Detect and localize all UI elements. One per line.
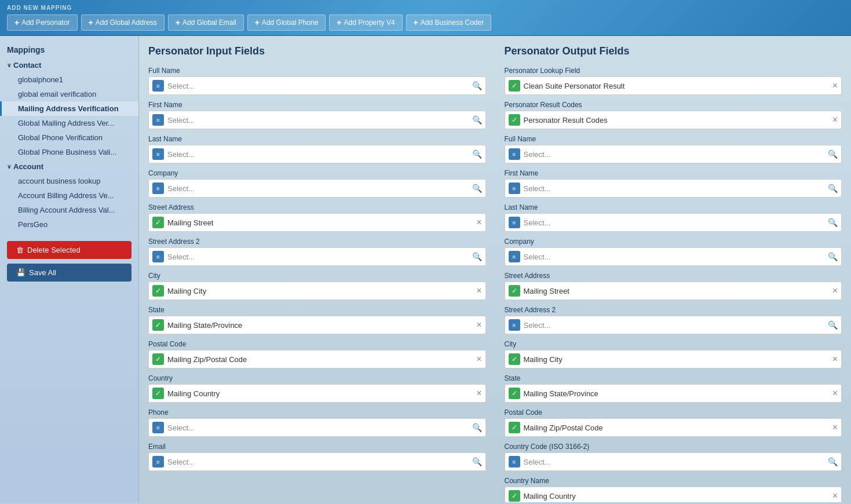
input-city-group: City ✓ Mailing City ×	[148, 272, 486, 300]
chevron-down-icon: ∨	[7, 62, 11, 68]
output-street2-field[interactable]: ≡ Select... 🔍	[505, 316, 842, 334]
input-postal-field[interactable]: ✓ Mailing Zip/Postal Code ×	[148, 350, 486, 368]
output-panel-title: Personator Output Fields	[505, 45, 842, 57]
search-icon[interactable]: 🔍	[828, 149, 838, 159]
output-full-name-field[interactable]: ≡ Select... 🔍	[505, 145, 842, 163]
sidebar-item-account-business-lookup[interactable]: account business lookup	[0, 174, 138, 188]
plus-icon: +	[176, 18, 180, 27]
search-icon[interactable]: 🔍	[828, 218, 838, 227]
sidebar-item-globalphone1[interactable]: globalphone1	[0, 72, 138, 87]
close-icon[interactable]: ×	[832, 422, 838, 433]
sidebar-item-global-email[interactable]: global email verification	[0, 87, 138, 101]
input-street-field[interactable]: ✓ Mailing Street ×	[148, 213, 486, 232]
close-icon[interactable]: ×	[832, 286, 838, 296]
save-icon: 💾	[16, 268, 25, 277]
add-business-coder-btn[interactable]: + Add Business Coder	[406, 14, 492, 31]
input-city-field[interactable]: ✓ Mailing City ×	[148, 282, 486, 300]
sidebar-item-global-phone[interactable]: Global Phone Verification	[0, 130, 138, 145]
field-type-icon: ≡	[152, 114, 164, 126]
input-state-value: Mailing State/Province	[167, 321, 473, 330]
search-icon[interactable]: 🔍	[828, 252, 838, 261]
add-property-v4-btn[interactable]: + Add Property V4	[329, 14, 402, 31]
close-icon[interactable]: ×	[832, 491, 838, 501]
input-phone-label: Phone	[148, 408, 486, 417]
input-company-field[interactable]: ≡ Select... 🔍	[148, 179, 486, 198]
close-icon[interactable]: ×	[476, 320, 481, 330]
search-icon[interactable]: 🔍	[472, 252, 482, 261]
search-icon[interactable]: 🔍	[472, 149, 482, 159]
close-icon[interactable]: ×	[476, 217, 481, 228]
output-state-field[interactable]: ✓ Mailing State/Province ×	[505, 384, 842, 403]
input-phone-field[interactable]: ≡ Select... 🔍	[148, 418, 486, 437]
output-postal-field[interactable]: ✓ Mailing Zip/Postal Code ×	[505, 418, 842, 437]
sidebar-item-global-phone-business[interactable]: Global Phone Business Vali...	[0, 145, 138, 159]
input-email-field[interactable]: ≡ Select... 🔍	[148, 452, 486, 471]
close-icon[interactable]: ×	[476, 286, 481, 296]
input-first-name-label: First Name	[148, 101, 486, 109]
plus-icon: +	[414, 18, 418, 27]
sidebar-item-persgeo[interactable]: PersGeo	[0, 217, 138, 232]
input-email-label: Email	[148, 443, 486, 451]
input-first-name-field[interactable]: ≡ Select... 🔍	[148, 111, 486, 129]
sidebar-item-account-billing[interactable]: Account Billing Address Ve...	[0, 188, 138, 203]
output-country-name-field[interactable]: ✓ Mailing Country ×	[505, 487, 842, 502]
sidebar-group-contact[interactable]: ∨ Contact	[0, 58, 138, 72]
close-icon[interactable]: ×	[476, 388, 481, 399]
output-lookup-label: Personator Lookup Field	[505, 67, 842, 75]
output-city-field[interactable]: ✓ Mailing City ×	[505, 350, 842, 368]
sidebar-group-account[interactable]: ∨ Account	[0, 159, 138, 174]
output-company-label: Company	[505, 238, 842, 246]
output-lookup-value: Clean Suite Personator Result	[524, 82, 829, 90]
output-last-name-label: Last Name	[505, 203, 842, 211]
delete-selected-button[interactable]: 🗑 Delete Selected	[7, 241, 132, 259]
add-global-address-btn[interactable]: + Add Global Address	[81, 14, 165, 31]
save-all-button[interactable]: 💾 Save All	[7, 264, 132, 282]
search-icon[interactable]: 🔍	[472, 457, 482, 466]
sidebar-item-mailing-address[interactable]: Mailing Address Verification	[0, 101, 138, 116]
input-street2-field[interactable]: ≡ Select... 🔍	[148, 247, 486, 266]
sidebar-title: Mappings	[0, 42, 138, 58]
close-icon[interactable]: ×	[832, 115, 838, 125]
output-last-name-field[interactable]: ≡ Select... 🔍	[505, 213, 842, 232]
output-company-field[interactable]: ≡ Select... 🔍	[505, 247, 842, 266]
search-icon[interactable]: 🔍	[472, 184, 482, 193]
search-icon[interactable]: 🔍	[828, 457, 838, 466]
search-icon[interactable]: 🔍	[472, 81, 482, 90]
input-last-name-field[interactable]: ≡ Select... 🔍	[148, 145, 486, 163]
input-street-group: Street Address ✓ Mailing Street ×	[148, 203, 486, 232]
input-full-name-label: Full Name	[148, 67, 486, 75]
output-first-name-value: Select...	[524, 184, 825, 193]
input-phone-group: Phone ≡ Select... 🔍	[148, 408, 486, 437]
field-type-icon: ≡	[509, 456, 520, 468]
output-lookup-field[interactable]: ✓ Clean Suite Personator Result ×	[505, 76, 842, 95]
output-street-field[interactable]: ✓ Mailing Street ×	[505, 282, 842, 300]
field-type-icon: ≡	[509, 182, 520, 194]
sidebar-item-billing-account[interactable]: Billing Account Address Val...	[0, 203, 138, 217]
search-icon[interactable]: 🔍	[472, 423, 482, 432]
search-icon[interactable]: 🔍	[828, 320, 838, 330]
input-street2-label: Street Address 2	[148, 238, 486, 246]
sidebar-item-global-mailing[interactable]: Global Mailing Address Ver...	[0, 116, 138, 130]
field-type-icon: ≡	[152, 251, 164, 262]
add-global-email-btn[interactable]: + Add Global Email	[168, 14, 244, 31]
close-icon[interactable]: ×	[832, 388, 838, 399]
output-first-name-field[interactable]: ≡ Select... 🔍	[505, 179, 842, 198]
close-icon[interactable]: ×	[476, 354, 481, 364]
output-full-name-label: Full Name	[505, 135, 842, 143]
search-icon[interactable]: 🔍	[828, 184, 838, 193]
close-icon[interactable]: ×	[832, 81, 838, 91]
add-personator-btn[interactable]: + Add Personator	[7, 14, 78, 31]
output-country-code-field[interactable]: ≡ Select... 🔍	[505, 452, 842, 471]
input-state-field[interactable]: ✓ Mailing State/Province ×	[148, 316, 486, 334]
input-country-field[interactable]: ✓ Mailing Country ×	[148, 384, 486, 403]
input-full-name-field[interactable]: ≡ Select... 🔍	[148, 76, 486, 95]
add-global-phone-btn[interactable]: + Add Global Phone	[247, 14, 326, 31]
field-type-icon: ≡	[152, 456, 164, 468]
input-company-group: Company ≡ Select... 🔍	[148, 169, 486, 198]
output-result-codes-field[interactable]: ✓ Personator Result Codes ×	[505, 111, 842, 129]
field-type-icon: ≡	[509, 319, 520, 331]
close-icon[interactable]: ×	[832, 354, 838, 364]
output-country-name-value: Mailing Country	[524, 492, 829, 501]
search-icon[interactable]: 🔍	[472, 115, 482, 125]
field-type-icon: ≡	[152, 182, 164, 194]
